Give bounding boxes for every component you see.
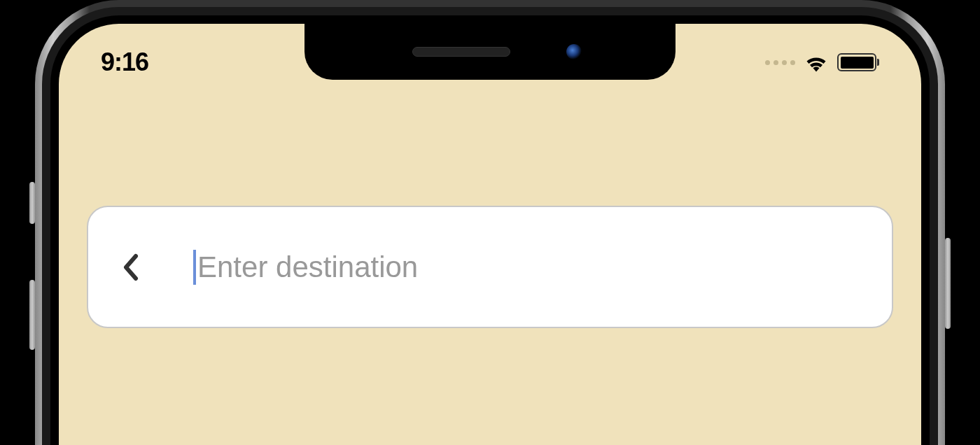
search-input-wrapper[interactable]: Enter destination — [193, 250, 864, 285]
text-cursor — [193, 250, 196, 285]
phone-frame-mid: 9:16 — [42, 7, 938, 445]
phone-side-button — [29, 182, 35, 224]
wifi-icon — [804, 52, 829, 72]
status-bar: 9:16 — [59, 48, 921, 76]
phone-frame-inner: 9:16 — [50, 15, 930, 445]
phone-side-button — [945, 238, 951, 329]
phone-frame: 9:16 — [35, 0, 945, 445]
search-placeholder: Enter destination — [197, 250, 418, 284]
search-bar[interactable]: Enter destination — [87, 206, 893, 328]
phone-screen: 9:16 — [59, 24, 921, 445]
status-time: 9:16 — [101, 48, 148, 77]
status-indicators — [765, 52, 879, 72]
chevron-left-icon — [122, 253, 139, 281]
back-button[interactable] — [116, 253, 144, 281]
signal-strength-icon — [765, 60, 795, 65]
phone-side-button — [29, 280, 35, 350]
battery-icon — [837, 53, 879, 71]
